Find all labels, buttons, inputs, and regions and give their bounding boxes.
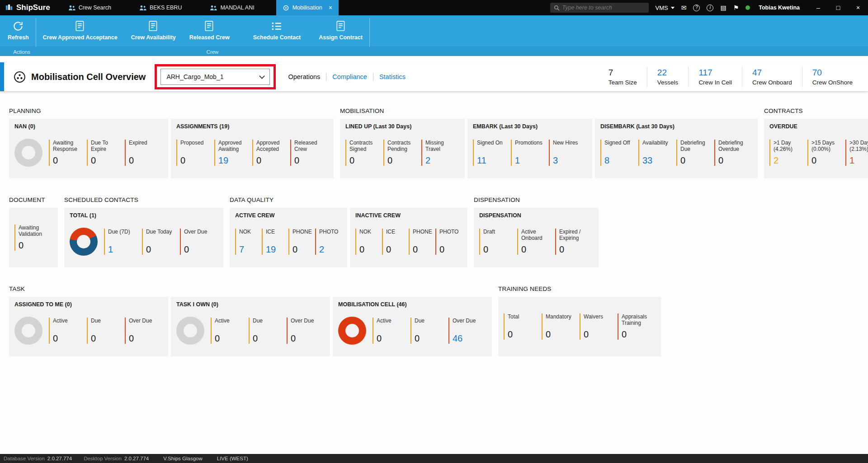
tab-compliance[interactable]: Compliance bbox=[326, 73, 373, 80]
metric-value: 0 bbox=[349, 154, 381, 166]
metric-label: Due Today bbox=[146, 229, 178, 235]
released-crew-button[interactable]: Released Crew bbox=[183, 15, 236, 41]
stat-value: 117 bbox=[698, 68, 732, 78]
metric-over-due: Over Due0 bbox=[287, 318, 322, 344]
stat-label: Crew In Cell bbox=[698, 79, 732, 86]
database-version-label: Database Version bbox=[4, 456, 45, 461]
people-icon bbox=[139, 5, 146, 11]
section-title: TASK bbox=[9, 285, 492, 292]
metric-value: 19 bbox=[218, 154, 250, 166]
card-title: LINED UP (Last 30 Days) bbox=[345, 123, 459, 130]
metric-value: 0 bbox=[377, 332, 408, 344]
search-icon bbox=[554, 5, 560, 11]
cards-row: DISPENSATIONDraft0Active Onboard0Expired… bbox=[474, 208, 599, 267]
global-search[interactable] bbox=[550, 3, 649, 13]
tab-beks-ebru[interactable]: BEKS EBRU bbox=[133, 0, 189, 15]
news-icon[interactable]: ▤ bbox=[720, 5, 726, 11]
metric-contracts-pending: Contracts Pending0 bbox=[383, 140, 419, 166]
section-mobilisation: MOBILISATIONLINED UP (Last 30 Days)Contr… bbox=[340, 108, 758, 178]
tab-operations[interactable]: Operations bbox=[282, 73, 326, 80]
metric-label: >1 Day (4.26%) bbox=[774, 140, 805, 153]
cards-row: OVERDUE>1 Day (4.26%)2>15 Days (0.00%)0>… bbox=[764, 119, 868, 178]
dashboard-row: TASKASSIGNED TO ME (0)Active0Due0Over Du… bbox=[9, 285, 859, 356]
metric-label: Due bbox=[91, 318, 123, 324]
section-title: CONTRACTS bbox=[764, 108, 868, 114]
metric-value: 0 bbox=[256, 154, 288, 166]
vms-dropdown[interactable]: VMS bbox=[656, 5, 675, 11]
close-button[interactable]: × bbox=[848, 0, 868, 15]
card-inactive-crew: INACTIVE CREWNOK0ICE0PHONE0PHOTO0 bbox=[350, 208, 467, 267]
metric-label: Released Crew bbox=[294, 140, 326, 153]
dashboard-row: PLANNINGNAN (0)Awaiting Response0Due To … bbox=[9, 108, 859, 178]
tab-mobilisation[interactable]: Mobilisation × bbox=[276, 0, 339, 15]
header-view-tabs: Operations Compliance Statistics bbox=[282, 73, 411, 81]
help-icon[interactable]: ? bbox=[693, 5, 700, 11]
mobilisation-cell-icon bbox=[14, 71, 26, 83]
metric-label: Signed On bbox=[477, 140, 509, 146]
document-icon bbox=[148, 20, 159, 32]
minimize-button[interactable]: – bbox=[808, 0, 828, 15]
header-stats: 7 Team Size 22 Vessels 117 Crew In Cell … bbox=[599, 66, 868, 87]
metric-value: 0 bbox=[184, 243, 216, 255]
schedule-contact-button[interactable]: Schedule Contact bbox=[246, 15, 308, 41]
restore-button[interactable]: □ bbox=[828, 0, 848, 15]
metric-label: NOK bbox=[359, 229, 380, 235]
card-title: OVERDUE bbox=[769, 123, 868, 130]
crew-availability-button[interactable]: Crew Availability bbox=[124, 15, 183, 41]
metric-value: 0 bbox=[180, 154, 212, 166]
metric-active: Active0 bbox=[373, 318, 408, 344]
cell-selector-value: ARH_Cargo_Mob_1 bbox=[166, 73, 223, 80]
metric-total: Total0 bbox=[504, 313, 539, 340]
card-body: Contracts Signed0Contracts Pending0Missi… bbox=[345, 131, 459, 174]
stat-crew-onshore: 70 Crew OnShore bbox=[802, 66, 863, 87]
refresh-button[interactable]: Refresh bbox=[1, 15, 36, 41]
metric-released-crew: Released Crew0 bbox=[290, 140, 326, 166]
stat-value: 7 bbox=[609, 68, 637, 78]
section-training-needs: TRAINING NEEDSTotal0Mandatory0Waivers0Ap… bbox=[498, 285, 661, 356]
metric-value: 0 bbox=[129, 154, 160, 166]
metric-value: 0 bbox=[584, 327, 615, 340]
metric-value: 19 bbox=[266, 243, 286, 255]
tab-statistics[interactable]: Statistics bbox=[373, 73, 411, 80]
cell-selector-dropdown[interactable]: ARH_Cargo_Mob_1 bbox=[160, 69, 270, 85]
info-icon[interactable]: i bbox=[707, 5, 713, 11]
metric-value: 1 bbox=[108, 243, 140, 255]
dashboard-row: DOCUMENTAwaiting Validation0SCHEDULED CO… bbox=[9, 196, 859, 267]
ribbon-group-actions: Actions bbox=[0, 49, 43, 55]
assign-contract-button[interactable]: Assign Contract bbox=[312, 15, 369, 41]
mail-icon[interactable]: ✉ bbox=[681, 5, 687, 11]
open-module-tabs: Crew Search BEKS EBRU MANDAL ANI Mobilis… bbox=[62, 0, 339, 15]
tab-close-icon[interactable]: × bbox=[329, 5, 332, 11]
metric-label: Due bbox=[415, 318, 446, 324]
environment-name: LIVE (WEST) bbox=[217, 456, 248, 461]
metric-over-due: Over Due0 bbox=[125, 318, 160, 344]
metric-due: Due0 bbox=[249, 318, 284, 344]
ribbon-button-label: Refresh bbox=[8, 34, 29, 41]
metric-value: 0 bbox=[129, 332, 160, 344]
donut-chart bbox=[14, 139, 42, 167]
metric-label: Over Due bbox=[453, 318, 484, 324]
chevron-down-icon bbox=[671, 7, 675, 9]
card-title: TASK I OWN (0) bbox=[176, 301, 325, 308]
tab-crew-search[interactable]: Crew Search bbox=[62, 0, 118, 15]
metric-value: 0 bbox=[439, 243, 460, 255]
card-body: Signed Off8Availability33Debriefing Due0… bbox=[600, 131, 752, 174]
metric-label: PHOTO bbox=[439, 229, 460, 235]
cards-row: Total0Mandatory0Waivers0Appraisals Train… bbox=[498, 297, 661, 356]
card-assignments-19: ASSIGNMENTS (19)Proposed0Approved Awaiti… bbox=[171, 119, 334, 178]
application-window: ShipSure Crew Search BEKS EBRU MANDAL AN… bbox=[0, 0, 868, 463]
desktop-version: Desktop Version2.0.27.774 bbox=[84, 456, 149, 461]
flag-icon[interactable]: ⚑ bbox=[733, 5, 739, 11]
metric-label: PHONE bbox=[292, 229, 313, 235]
metric-value: 0 bbox=[546, 327, 577, 340]
metric-value: 7 bbox=[239, 243, 259, 255]
tab-mandal-ani[interactable]: MANDAL ANI bbox=[203, 0, 260, 15]
metric-label: Availability bbox=[642, 140, 674, 146]
metric-draft: Draft0 bbox=[479, 229, 515, 255]
crew-approved-acceptance-button[interactable]: Crew Approved Acceptance bbox=[36, 15, 124, 41]
section-data-quality: DATA QUALITYACTIVE CREWNOK7ICE19PHONE0PH… bbox=[230, 196, 467, 267]
donut-chart bbox=[338, 317, 366, 345]
stat-label: Crew Onboard bbox=[752, 79, 792, 86]
metric-label: Over Due bbox=[291, 318, 322, 324]
search-input[interactable] bbox=[562, 5, 645, 11]
